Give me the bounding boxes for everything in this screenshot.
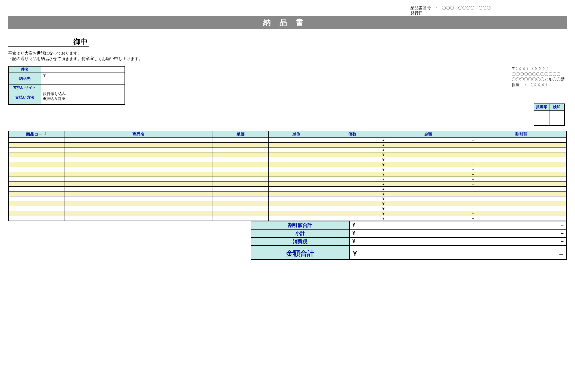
table-cell[interactable] [8,216,64,221]
table-cell[interactable]: ¥– [380,177,476,182]
table-cell[interactable] [8,211,64,216]
table-cell[interactable]: ¥– [380,138,476,143]
table-cell[interactable] [64,148,213,152]
table-cell[interactable] [213,157,268,162]
table-cell[interactable] [324,157,380,162]
stamp-box-2[interactable] [549,110,564,126]
table-cell[interactable] [269,143,324,148]
table-cell[interactable]: ¥– [380,157,476,162]
table-cell[interactable] [476,138,567,143]
table-cell[interactable] [269,138,324,143]
table-cell[interactable] [269,177,324,182]
table-cell[interactable] [213,196,268,201]
table-cell[interactable] [8,157,64,162]
table-cell[interactable] [213,192,268,196]
table-cell[interactable] [64,196,213,201]
table-cell[interactable] [213,201,268,206]
table-cell[interactable]: ¥– [380,206,476,211]
table-cell[interactable] [476,216,567,221]
table-cell[interactable] [64,216,213,221]
table-cell[interactable] [64,201,213,206]
table-cell[interactable] [324,211,380,216]
table-cell[interactable] [324,172,380,177]
table-cell[interactable] [476,211,567,216]
addressee-name-line[interactable] [8,40,73,47]
table-cell[interactable] [213,206,268,211]
table-cell[interactable] [8,196,64,201]
table-cell[interactable] [8,206,64,211]
delivery-value[interactable]: 〒 [41,73,125,85]
table-cell[interactable]: ¥– [380,152,476,157]
table-cell[interactable] [64,192,213,196]
table-cell[interactable] [64,138,213,143]
table-cell[interactable] [8,172,64,177]
table-cell[interactable] [476,201,567,206]
table-cell[interactable] [64,143,213,148]
table-cell[interactable]: ¥– [380,167,476,172]
table-cell[interactable] [64,162,213,167]
table-cell[interactable] [213,152,268,157]
table-cell[interactable] [269,211,324,216]
table-cell[interactable] [269,152,324,157]
table-cell[interactable] [8,162,64,167]
table-cell[interactable] [324,143,380,148]
table-cell[interactable] [213,211,268,216]
table-cell[interactable] [324,196,380,201]
table-cell[interactable]: ¥– [380,143,476,148]
table-cell[interactable] [324,187,380,192]
table-cell[interactable]: ¥– [380,211,476,216]
table-cell[interactable]: ¥– [380,182,476,187]
table-cell[interactable] [324,138,380,143]
table-cell[interactable] [324,192,380,196]
table-cell[interactable] [476,196,567,201]
table-cell[interactable] [213,187,268,192]
table-cell[interactable] [324,177,380,182]
table-cell[interactable] [476,167,567,172]
table-cell[interactable] [8,143,64,148]
table-cell[interactable] [64,172,213,177]
table-cell[interactable] [269,201,324,206]
table-cell[interactable] [64,157,213,162]
table-cell[interactable] [213,143,268,148]
table-cell[interactable] [64,206,213,211]
table-cell[interactable] [476,192,567,196]
table-cell[interactable] [213,162,268,167]
table-cell[interactable] [8,177,64,182]
table-cell[interactable] [269,148,324,152]
table-cell[interactable] [213,172,268,177]
table-cell[interactable]: ¥– [380,187,476,192]
table-cell[interactable] [269,182,324,187]
table-cell[interactable] [476,187,567,192]
table-cell[interactable] [64,182,213,187]
table-cell[interactable] [8,152,64,157]
table-cell[interactable] [269,216,324,221]
paymethod-value[interactable]: 銀行振り込み ※振込み口座 [41,91,125,105]
table-cell[interactable] [64,152,213,157]
table-cell[interactable] [64,167,213,172]
table-cell[interactable] [8,201,64,206]
table-cell[interactable] [324,216,380,221]
table-cell[interactable] [8,192,64,196]
table-cell[interactable] [324,148,380,152]
table-cell[interactable] [269,192,324,196]
table-cell[interactable] [8,138,64,143]
table-cell[interactable] [324,167,380,172]
table-cell[interactable] [64,187,213,192]
table-cell[interactable] [476,162,567,167]
table-cell[interactable] [269,206,324,211]
table-cell[interactable] [8,182,64,187]
table-cell[interactable] [269,167,324,172]
table-cell[interactable] [269,157,324,162]
table-cell[interactable] [476,172,567,177]
table-cell[interactable] [324,162,380,167]
table-cell[interactable] [269,172,324,177]
table-cell[interactable]: ¥– [380,201,476,206]
table-cell[interactable] [476,152,567,157]
table-cell[interactable] [8,187,64,192]
table-cell[interactable]: ¥– [380,196,476,201]
table-cell[interactable] [8,167,64,172]
table-cell[interactable]: ¥– [380,162,476,167]
table-cell[interactable] [476,182,567,187]
table-cell[interactable]: ¥– [380,216,476,221]
table-cell[interactable]: ¥– [380,148,476,152]
